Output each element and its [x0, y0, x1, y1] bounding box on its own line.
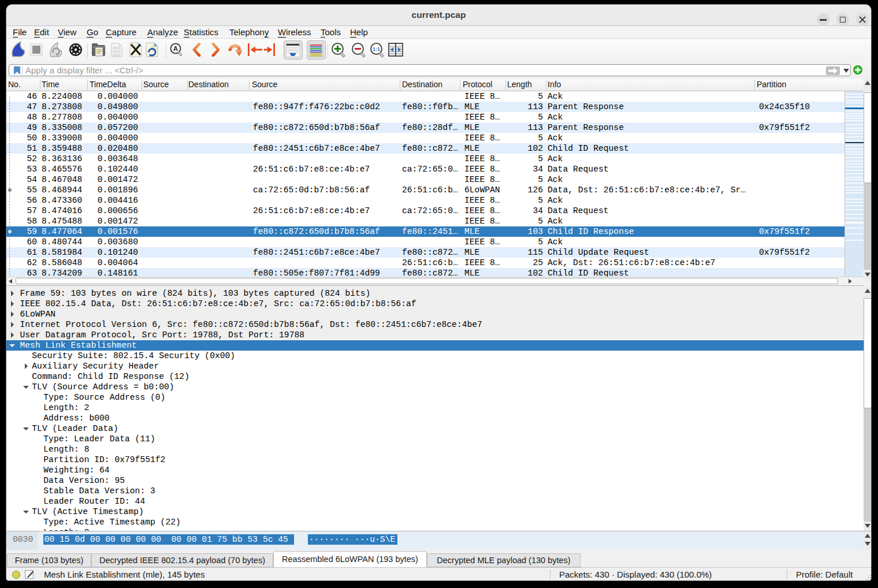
svg-text:1:1: 1:1: [373, 46, 380, 52]
svg-text:0311: 0311: [113, 53, 121, 57]
svg-text:A: A: [173, 45, 178, 52]
